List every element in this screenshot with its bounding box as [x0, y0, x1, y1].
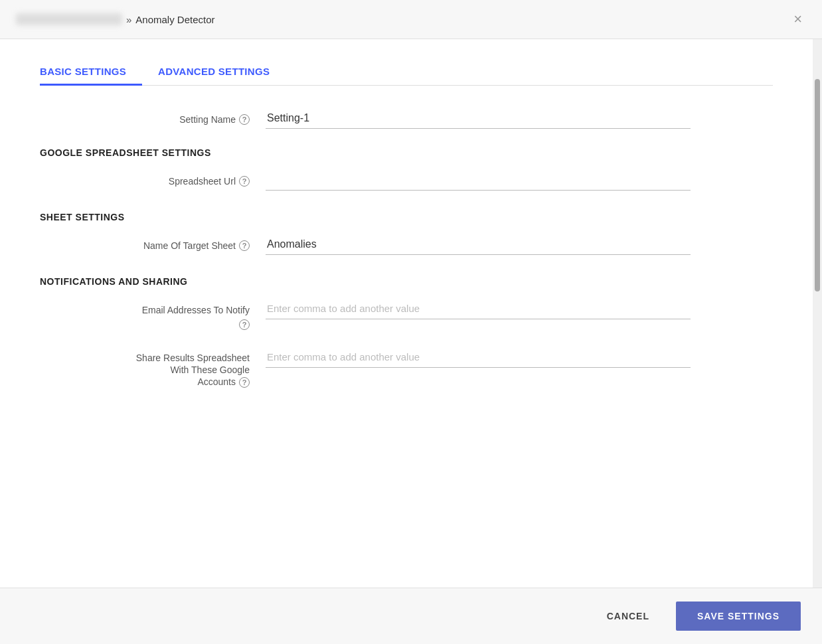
notifications-section-header: NOTIFICATIONS AND SHARING — [40, 276, 773, 287]
tabs-container: BASIC SETTINGS ADVANCED SETTINGS — [40, 39, 773, 86]
target-sheet-row: Name Of Target Sheet ? — [40, 236, 773, 255]
main-content: BASIC SETTINGS ADVANCED SETTINGS Setting… — [0, 39, 813, 588]
scrollbar-track[interactable] — [813, 39, 822, 588]
google-section-header: GOOGLE SPREADSHEET SETTINGS — [40, 147, 773, 158]
sheet-section-header: SHEET SETTINGS — [40, 212, 773, 222]
cancel-button[interactable]: CANCEL — [591, 603, 665, 629]
email-input[interactable] — [266, 300, 691, 319]
google-section: GOOGLE SPREADSHEET SETTINGS Spreadsheet … — [40, 147, 773, 191]
target-sheet-label: Name Of Target Sheet ? — [40, 236, 266, 253]
share-field — [266, 349, 773, 368]
spreadsheet-url-row: Spreadsheet Url ? — [40, 171, 773, 191]
dialog-header: » Anomaly Detector × — [0, 0, 822, 39]
app-title: Anomaly Detector — [135, 14, 214, 25]
target-sheet-input[interactable] — [266, 236, 691, 255]
spreadsheet-url-help-icon[interactable]: ? — [239, 176, 250, 187]
target-sheet-help-icon[interactable]: ? — [239, 240, 250, 251]
save-settings-button[interactable]: SAVE SETTINGS — [676, 602, 801, 631]
setting-name-row: Setting Name ? — [40, 110, 773, 129]
sheet-section: SHEET SETTINGS Name Of Target Sheet ? — [40, 212, 773, 255]
breadcrumb-separator: » — [126, 14, 131, 25]
notifications-section: NOTIFICATIONS AND SHARING Email Addresse… — [40, 276, 773, 388]
spreadsheet-url-input[interactable] — [266, 171, 691, 191]
email-row: Email Addresses To Notify ? — [40, 300, 773, 330]
tab-basic-settings[interactable]: BASIC SETTINGS — [40, 58, 142, 85]
dialog-body: BASIC SETTINGS ADVANCED SETTINGS Setting… — [0, 39, 822, 588]
breadcrumb-blur — [16, 13, 122, 25]
share-row: Share Results Spreadsheet With These Goo… — [40, 349, 773, 388]
setting-name-help-icon[interactable]: ? — [239, 114, 250, 125]
email-help-icon[interactable]: ? — [239, 319, 250, 330]
dialog: » Anomaly Detector × BASIC SETTINGS ADVA… — [0, 0, 822, 644]
share-label: Share Results Spreadsheet With These Goo… — [40, 349, 266, 388]
setting-name-label: Setting Name ? — [40, 110, 266, 127]
email-label: Email Addresses To Notify ? — [40, 300, 266, 330]
scrollbar-thumb[interactable] — [815, 79, 820, 291]
tab-advanced-settings[interactable]: ADVANCED SETTINGS — [158, 58, 286, 85]
spreadsheet-url-field — [266, 171, 773, 191]
dialog-footer: CANCEL SAVE SETTINGS — [0, 588, 822, 644]
share-help-icon[interactable]: ? — [239, 377, 250, 388]
spreadsheet-url-label: Spreadsheet Url ? — [40, 171, 266, 189]
setting-name-field — [266, 110, 773, 129]
email-field — [266, 300, 773, 319]
setting-name-input[interactable] — [266, 110, 691, 129]
dialog-title: » Anomaly Detector — [16, 13, 215, 25]
target-sheet-field — [266, 236, 773, 255]
close-button[interactable]: × — [789, 11, 806, 28]
share-input[interactable] — [266, 349, 691, 368]
